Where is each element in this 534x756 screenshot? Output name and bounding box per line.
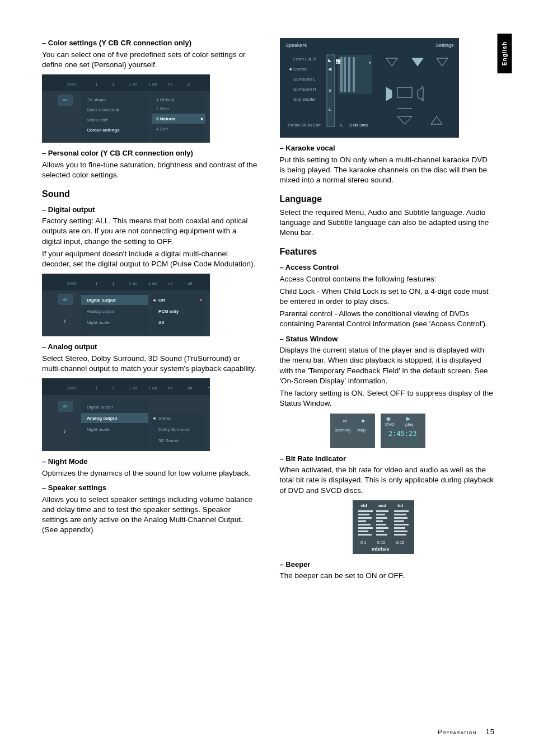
svg-text:Digital output: Digital output bbox=[87, 405, 113, 410]
svg-rect-128 bbox=[394, 514, 406, 515]
svg-rect-134 bbox=[394, 534, 406, 536]
page-footer: Preparation 15 bbox=[438, 727, 495, 737]
svg-text:1: 1 bbox=[95, 386, 98, 391]
heading-features: Features bbox=[280, 246, 495, 258]
svg-text:off: off bbox=[188, 386, 193, 391]
figure-digital-menu: DVD 1 1 1 en 1 en no off ∞ ♪ Digital out… bbox=[42, 274, 210, 336]
svg-text:tot: tot bbox=[397, 503, 404, 508]
figure-analog-menu: DVD 1 1 1 en 1 en no off → ∞ ♪ Digital o… bbox=[42, 378, 210, 451]
svg-text:▭: ▭ bbox=[343, 418, 348, 424]
svg-text:1 en: 1 en bbox=[148, 386, 157, 391]
svg-text:1: 1 bbox=[112, 82, 115, 87]
svg-text:▸: ▸ bbox=[201, 115, 204, 121]
svg-rect-119 bbox=[376, 510, 388, 512]
svg-text:Colour settings: Colour settings bbox=[87, 128, 120, 133]
svg-text:2:45:23: 2:45:23 bbox=[388, 430, 417, 438]
svg-text:Dolby Surround: Dolby Surround bbox=[158, 427, 190, 432]
svg-rect-117 bbox=[358, 530, 368, 532]
svg-text:Analog output: Analog output bbox=[87, 416, 118, 421]
svg-rect-115 bbox=[358, 524, 371, 525]
svg-text:◂: ◂ bbox=[289, 66, 292, 72]
right-column: Speakers Settings Front L & R Centre Sur… bbox=[280, 34, 495, 584]
svg-rect-112 bbox=[358, 514, 369, 515]
footer-section-label: Preparation bbox=[438, 729, 476, 735]
text-color-settings: You can select one of five predefined se… bbox=[42, 50, 257, 70]
svg-text:1 en: 1 en bbox=[148, 281, 157, 286]
left-column: – Color settings (Y CB CR connection onl… bbox=[42, 34, 257, 584]
text-digital-output-2: If your equipment doesn't include a digi… bbox=[42, 249, 257, 269]
text-bit-rate: When activated, the bit rate for video a… bbox=[280, 465, 495, 496]
svg-text:1 en: 1 en bbox=[129, 281, 138, 286]
svg-rect-113 bbox=[358, 517, 372, 519]
svg-text:3  Natural: 3 Natural bbox=[156, 116, 175, 121]
heading-color-settings: – Color settings (Y CB CR connection onl… bbox=[42, 38, 257, 48]
svg-text:S: S bbox=[329, 88, 331, 93]
svg-text:no: no bbox=[168, 82, 173, 87]
svg-text:L: L bbox=[340, 123, 343, 128]
text-night-mode: Optimizes the dynamics of the sound for … bbox=[42, 468, 257, 478]
svg-text:1 en: 1 en bbox=[129, 386, 138, 391]
svg-text:mbits/s: mbits/s bbox=[372, 546, 390, 552]
svg-text:vid: vid bbox=[360, 503, 367, 508]
svg-text:1: 1 bbox=[112, 386, 115, 391]
text-language: Select the required Menu, Audio and Subt… bbox=[280, 208, 495, 238]
svg-text:DVD: DVD bbox=[67, 281, 77, 286]
heading-personal-color: – Personal color (Y CB CR connection onl… bbox=[42, 148, 257, 158]
svg-text:Settings: Settings bbox=[435, 43, 454, 48]
svg-rect-85 bbox=[340, 57, 343, 92]
svg-text:♪: ♪ bbox=[63, 317, 67, 324]
svg-text:3D Sound: 3D Sound bbox=[158, 438, 179, 443]
svg-rect-127 bbox=[394, 510, 409, 512]
svg-rect-111 bbox=[358, 510, 373, 512]
svg-text:0-1: 0-1 bbox=[360, 541, 366, 544]
svg-rect-130 bbox=[394, 520, 404, 522]
svg-text:◣: ◣ bbox=[328, 58, 332, 63]
svg-text:Front L & R: Front L & R bbox=[293, 57, 316, 62]
heading-digital-output: – Digital output bbox=[42, 205, 257, 215]
svg-text:no: no bbox=[168, 281, 173, 286]
svg-rect-116 bbox=[358, 527, 373, 529]
svg-text:o: o bbox=[188, 82, 190, 87]
svg-text:◂: ◂ bbox=[153, 415, 156, 421]
text-karaoke-vocal: Put this setting to ON only when a multi… bbox=[280, 155, 495, 186]
heading-analog-output: – Analog output bbox=[42, 342, 257, 352]
svg-text:∞: ∞ bbox=[63, 297, 67, 302]
svg-text:Off: Off bbox=[158, 298, 165, 303]
svg-text:0:00:34: 0:00:34 bbox=[388, 439, 417, 447]
svg-rect-125 bbox=[376, 530, 384, 532]
svg-text:opening: opening bbox=[335, 428, 350, 433]
svg-text:◂: ◂ bbox=[336, 60, 338, 64]
svg-text:0-10: 0-10 bbox=[377, 541, 385, 544]
heading-speaker-settings: – Speaker settings bbox=[42, 483, 257, 493]
svg-text:3 db 3ms: 3 db 3ms bbox=[349, 123, 368, 128]
svg-rect-131 bbox=[394, 524, 409, 525]
svg-text:1: 1 bbox=[95, 281, 98, 286]
svg-rect-126 bbox=[376, 534, 387, 536]
svg-text:1: 1 bbox=[95, 82, 98, 87]
svg-rect-114 bbox=[358, 520, 366, 522]
svg-rect-87 bbox=[348, 57, 350, 92]
svg-text:▸: ▸ bbox=[369, 60, 372, 64]
svg-text:Night mode: Night mode bbox=[87, 320, 110, 325]
svg-rect-133 bbox=[394, 530, 407, 532]
text-digital-output-1: Factory setting: ALL. This means that bo… bbox=[42, 216, 257, 247]
heading-access-control: – Access Control bbox=[280, 262, 495, 273]
svg-text:Press OK to Exit: Press OK to Exit bbox=[288, 123, 321, 128]
svg-text:DVD: DVD bbox=[67, 386, 77, 391]
svg-text:◉: ◉ bbox=[386, 416, 391, 421]
svg-text:DVD: DVD bbox=[67, 82, 77, 87]
svg-point-45 bbox=[200, 299, 202, 301]
svg-rect-124 bbox=[376, 527, 388, 529]
svg-rect-121 bbox=[376, 517, 387, 519]
svg-rect-86 bbox=[344, 57, 346, 92]
svg-text:Centre: Centre bbox=[293, 67, 307, 72]
text-access-3: Parental control - Allows the conditiona… bbox=[280, 309, 495, 329]
language-tab: English bbox=[498, 34, 512, 73]
heading-language: Language bbox=[280, 193, 495, 205]
figure-speakers: Speakers Settings Front L & R Centre Sur… bbox=[280, 38, 459, 138]
svg-rect-88 bbox=[353, 57, 355, 92]
svg-text:Analog output: Analog output bbox=[87, 309, 115, 314]
svg-rect-132 bbox=[394, 527, 405, 529]
svg-text:◀: ◀ bbox=[328, 67, 332, 72]
heading-beeper: – Beeper bbox=[280, 560, 495, 570]
